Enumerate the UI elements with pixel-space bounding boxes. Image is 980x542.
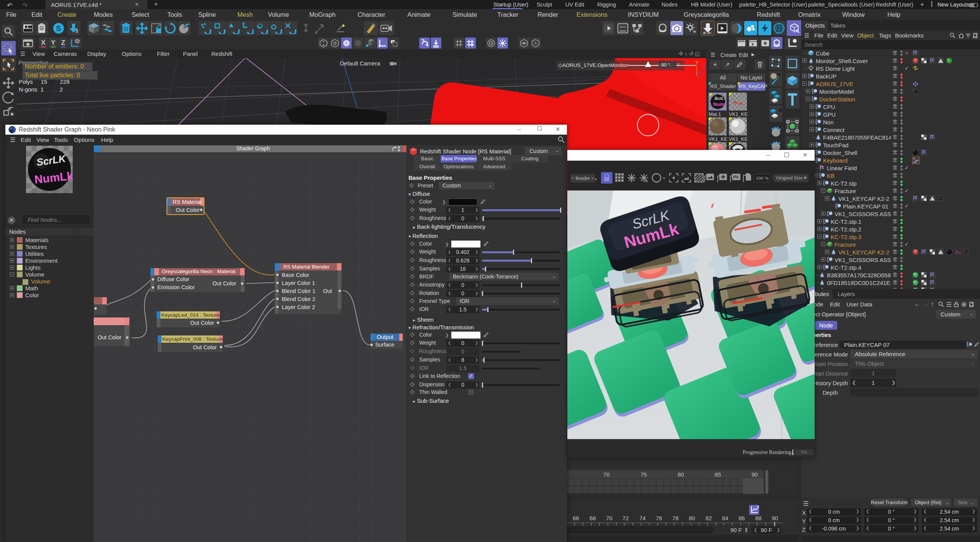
svg-text:Y: Y (695, 60, 699, 65)
svg-text:NumL: NumL (956, 252, 961, 254)
svg-text:X: X (779, 107, 782, 113)
svg-text:PV: PV (733, 175, 739, 179)
svg-text:G: G (645, 179, 648, 182)
svg-text:Z: Z (703, 64, 706, 70)
svg-text:S: S (56, 24, 61, 33)
svg-text:ADV: ADV (620, 25, 626, 29)
svg-text:NumL: NumL (713, 101, 726, 107)
svg-text:ScrL: ScrL (714, 96, 724, 101)
svg-text:A: A (534, 41, 537, 46)
